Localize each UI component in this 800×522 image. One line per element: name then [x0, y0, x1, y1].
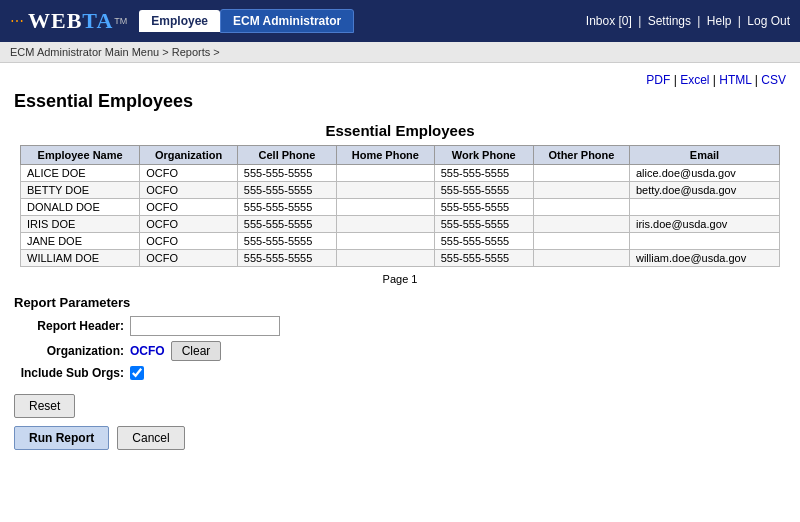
main-content: PDF | Excel | HTML | CSV Essential Emplo… — [0, 63, 800, 460]
breadcrumb: ECM Administrator Main Menu > Reports > — [0, 42, 800, 63]
table-cell: OCFO — [140, 216, 238, 233]
csv-export-link[interactable]: CSV — [761, 73, 786, 87]
report-header-label: Report Header: — [14, 319, 124, 333]
table-row: ALICE DOEOCFO555-555-5555555-555-5555ali… — [21, 165, 780, 182]
table-cell — [337, 216, 435, 233]
table-cell: betty.doe@usda.gov — [629, 182, 779, 199]
table-cell: OCFO — [140, 182, 238, 199]
table-row: DONALD DOEOCFO555-555-5555555-555-5555 — [21, 199, 780, 216]
table-cell: 555-555-5555 — [434, 182, 533, 199]
table-cell — [533, 199, 629, 216]
table-cell: IRIS DOE — [21, 216, 140, 233]
col-other-phone: Other Phone — [533, 146, 629, 165]
breadcrumb-main-menu[interactable]: ECM Administrator Main Menu — [10, 46, 159, 58]
table-cell — [337, 233, 435, 250]
run-report-button[interactable]: Run Report — [14, 426, 109, 450]
header-nav-links: Inbox [0] | Settings | Help | Log Out — [586, 14, 790, 28]
pdf-export-link[interactable]: PDF — [646, 73, 670, 87]
table-cell: OCFO — [140, 233, 238, 250]
table-cell: 555-555-5555 — [237, 182, 336, 199]
report-parameters: Report Parameters Report Header: Organiz… — [14, 295, 786, 380]
employees-table: Employee Name Organization Cell Phone Ho… — [20, 145, 780, 267]
table-cell: 555-555-5555 — [434, 165, 533, 182]
app-header: ⋯ WEBTA TM Employee ECM Administrator In… — [0, 0, 800, 42]
app-logo: WEBTA — [28, 8, 113, 34]
tab-ecm-administrator[interactable]: ECM Administrator — [220, 9, 354, 33]
table-cell: OCFO — [140, 199, 238, 216]
table-cell — [533, 182, 629, 199]
table-cell: BETTY DOE — [21, 182, 140, 199]
table-cell: 555-555-5555 — [237, 199, 336, 216]
organization-label: Organization: — [14, 344, 124, 358]
report-header-row: Report Header: — [14, 316, 786, 336]
table-row: JANE DOEOCFO555-555-5555555-555-5555 — [21, 233, 780, 250]
table-header-row: Employee Name Organization Cell Phone Ho… — [21, 146, 780, 165]
table-cell — [533, 233, 629, 250]
col-organization: Organization — [140, 146, 238, 165]
table-cell: 555-555-5555 — [237, 216, 336, 233]
table-body: ALICE DOEOCFO555-555-5555555-555-5555ali… — [21, 165, 780, 267]
report-title: Essential Employees — [20, 122, 780, 139]
include-sub-orgs-value — [130, 366, 144, 380]
table-cell: ALICE DOE — [21, 165, 140, 182]
table-cell — [533, 165, 629, 182]
table-cell: OCFO — [140, 165, 238, 182]
logo-dots-icon: ⋯ — [10, 13, 24, 29]
clear-button[interactable]: Clear — [171, 341, 222, 361]
export-links: PDF | Excel | HTML | CSV — [14, 73, 786, 87]
cancel-button[interactable]: Cancel — [117, 426, 184, 450]
logout-link[interactable]: Log Out — [747, 14, 790, 28]
table-cell: 555-555-5555 — [434, 250, 533, 267]
table-cell — [337, 182, 435, 199]
inbox-link[interactable]: Inbox [0] — [586, 14, 632, 28]
help-link[interactable]: Help — [707, 14, 732, 28]
excel-export-link[interactable]: Excel — [680, 73, 709, 87]
breadcrumb-reports[interactable]: Reports — [172, 46, 211, 58]
table-cell: 555-555-5555 — [434, 233, 533, 250]
organization-row: Organization: OCFO Clear — [14, 341, 786, 361]
table-cell — [337, 250, 435, 267]
table-cell: 555-555-5555 — [237, 250, 336, 267]
table-row: WILLIAM DOEOCFO555-555-5555555-555-5555w… — [21, 250, 780, 267]
col-work-phone: Work Phone — [434, 146, 533, 165]
logo-area: ⋯ WEBTA TM Employee ECM Administrator — [10, 8, 354, 34]
page-title: Essential Employees — [14, 91, 786, 112]
include-sub-orgs-checkbox[interactable] — [130, 366, 144, 380]
table-cell: 555-555-5555 — [434, 216, 533, 233]
report-header-value-area — [130, 316, 280, 336]
col-email: Email — [629, 146, 779, 165]
report-params-heading: Report Parameters — [14, 295, 786, 310]
include-sub-orgs-label: Include Sub Orgs: — [14, 366, 124, 380]
tab-employee[interactable]: Employee — [139, 10, 220, 32]
col-cell-phone: Cell Phone — [237, 146, 336, 165]
table-cell — [533, 250, 629, 267]
table-cell: JANE DOE — [21, 233, 140, 250]
table-cell: 555-555-5555 — [237, 233, 336, 250]
submit-buttons: Run Report Cancel — [14, 426, 786, 450]
include-sub-orgs-row: Include Sub Orgs: — [14, 366, 786, 380]
col-home-phone: Home Phone — [337, 146, 435, 165]
table-cell: william.doe@usda.gov — [629, 250, 779, 267]
report-header-input[interactable] — [130, 316, 280, 336]
reset-button[interactable]: Reset — [14, 394, 75, 418]
table-cell — [533, 216, 629, 233]
trademark-symbol: TM — [114, 16, 127, 26]
table-cell: OCFO — [140, 250, 238, 267]
table-cell — [629, 233, 779, 250]
organization-link[interactable]: OCFO — [130, 344, 165, 358]
organization-value-area: OCFO Clear — [130, 341, 221, 361]
html-export-link[interactable]: HTML — [719, 73, 751, 87]
table-row: IRIS DOEOCFO555-555-5555555-555-5555iris… — [21, 216, 780, 233]
settings-link[interactable]: Settings — [648, 14, 691, 28]
page-indicator: Page 1 — [20, 273, 780, 285]
table-cell — [629, 199, 779, 216]
nav-tabs: Employee ECM Administrator — [139, 9, 354, 33]
col-employee-name: Employee Name — [21, 146, 140, 165]
table-cell: alice.doe@usda.gov — [629, 165, 779, 182]
table-cell — [337, 165, 435, 182]
table-cell: 555-555-5555 — [434, 199, 533, 216]
table-cell: 555-555-5555 — [237, 165, 336, 182]
report-section: Essential Employees Employee Name Organi… — [20, 122, 780, 285]
table-cell: WILLIAM DOE — [21, 250, 140, 267]
table-cell — [337, 199, 435, 216]
